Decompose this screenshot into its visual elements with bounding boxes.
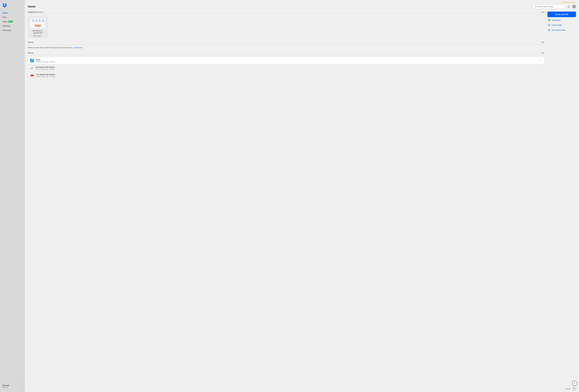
recent-item-more-button[interactable]: ··· [539,59,542,63]
notification-bell[interactable] [567,4,571,8]
footer-more-button[interactable]: ··· [561,388,563,390]
recent-item-more-button[interactable]: ··· [539,74,542,77]
pdf-icon-container: PDF [30,73,34,78]
file-location-label: Dropbox [36,35,42,37]
recent-item-meta: Added 5 days ago · Dropbox [36,61,537,63]
account-sub: Only you [2,386,9,388]
topbar-left: Home [28,5,35,8]
sidebar-nav: Home Files Paper New HelloSign Showcase [0,11,25,382]
search-icon [535,5,537,7]
svg-rect-12 [38,22,41,22]
status-badge-float[interactable]: ✓ [572,381,577,386]
sidebar-item-paper[interactable]: Paper New [1,19,24,24]
shared-folder-icon [548,29,550,31]
recent-hide[interactable]: Hide [541,52,544,54]
footer-help-button[interactable]: ? [573,387,576,391]
upload-icon [548,19,550,21]
upgrade-account-link[interactable]: ⭐ Upgrade account [561,1,576,3]
dropbox-logo-icon [2,3,7,7]
starred-hide[interactable]: Hide [541,41,544,43]
new-shared-folder-link[interactable]: New shared folder [547,28,576,32]
suggested-hide[interactable]: Hide [541,11,544,13]
file-card-location: Dropbox [34,35,42,37]
svg-rect-13 [42,22,44,22]
sidebar-item-hellosign[interactable]: HelloSign [1,24,24,28]
svg-rect-9 [42,19,44,22]
footer-privacy-link[interactable]: Privacy [565,388,571,390]
sidebar-item-label: HelloSign [2,25,10,27]
content-area: Suggested for you i Hide [25,10,579,386]
recent-item-meta: Added 5 days ago · Dropbox [36,76,537,77]
suggested-file-card[interactable]: Get Started w... Dropbox.pdf Dropbox [28,16,48,38]
upgrade-bar: ⭐ Upgrade account [25,0,579,3]
recent-item-pdf[interactable]: PDF Get Started with Dropbo... Added 5 d… [28,72,544,79]
pdf-badge: PDF [30,75,34,76]
link-icon [30,67,33,70]
upload-folder-icon [548,24,550,26]
search-box[interactable] [533,4,565,8]
recent-item-more-button[interactable]: ··· [539,66,542,70]
sidebar-logo [0,2,25,11]
recent-item-info: Get Started with Dropbo... Added 5 days … [36,73,537,77]
main-content: ⭐ Upgrade account Home [25,0,579,392]
starred-title: Starred [28,41,34,43]
starred-empty: When you star items, they'll show up her… [28,46,544,49]
status-red-dot [576,381,577,382]
bell-icon [567,5,570,8]
topbar-right [533,4,576,8]
svg-rect-15 [35,24,41,26]
svg-rect-8 [39,19,41,22]
suggested-section: Suggested for you i Hide [28,11,544,38]
create-new-file-button[interactable]: Create new file [547,11,576,17]
recent-item-name: Apps [36,59,537,61]
starred-learn-more[interactable]: Learn more [73,47,82,49]
sidebar-item-showcase[interactable]: Showcase [1,28,24,32]
upload-files-icon [548,19,550,21]
folder-icon-container [30,59,34,63]
sidebar-item-label: Paper [2,20,7,23]
upload-files-link[interactable]: Upload files [547,18,576,22]
upload-folder-link[interactable]: Upload folder [547,23,576,27]
file-card-name: Get Started w... Dropbox.pdf [29,30,46,34]
starred-section: Starred Hide When you star items, they'l… [28,41,544,49]
recent-item-name: Get Started with Dropbo... [36,73,537,75]
recent-header: Recent Hide [28,52,544,55]
account-chevron[interactable] [21,386,22,387]
folder-icon [30,59,34,62]
suggested-title-group: Suggested for you i [28,11,45,13]
recent-list: Apps Added 5 days ago · Dropbox ··· [28,57,544,79]
suggested-header: Suggested for you i Hide [28,11,544,14]
sidebar: Home Files Paper New HelloSign Showcase … [0,0,25,392]
recent-item-link[interactable]: Get Started with Dropbo... Added 5 days … [28,65,544,72]
svg-rect-6 [32,19,34,22]
suggested-info-icon[interactable]: i [43,11,45,13]
file-thumbnail [30,18,46,29]
actions-panel: Create new file Upload files [547,11,576,383]
user-avatar[interactable] [572,4,576,8]
starred-empty-text: When you star items, they'll show up her… [28,47,73,49]
recent-title: Recent [28,52,33,54]
sidebar-item-home[interactable]: Home [1,11,24,15]
sidebar-footer: Personal Only you [0,382,25,390]
upload-folder-label: Upload folder [552,24,562,26]
sidebar-item-files[interactable]: Files [1,15,24,19]
recent-item-apps[interactable]: Apps Added 5 days ago · Dropbox ··· [28,57,544,65]
suggested-files-list: Get Started w... Dropbox.pdf Dropbox [28,16,544,38]
sidebar-item-label: Files [2,16,6,18]
svg-line-1 [536,7,537,7]
content-main: Suggested for you i Hide [28,11,544,383]
sidebar-footer-row: Personal Only you [2,385,22,388]
folder-icon [34,35,36,37]
page-title: Home [28,5,35,8]
new-shared-folder-label: New shared folder [552,29,566,31]
recent-item-name: Get Started with Dropbo... [36,66,537,68]
upload-files-label: Upload files [552,19,561,21]
search-input[interactable] [538,5,563,7]
paper-new-badge: New [8,21,13,22]
recent-item-meta: Added 5 days ago · Dropbox [36,68,537,70]
avatar-icon [573,5,576,8]
svg-rect-16 [35,25,40,25]
sidebar-item-label: Showcase [2,29,11,31]
upload-folder-icon [548,24,550,26]
link-icon-container [30,66,34,70]
